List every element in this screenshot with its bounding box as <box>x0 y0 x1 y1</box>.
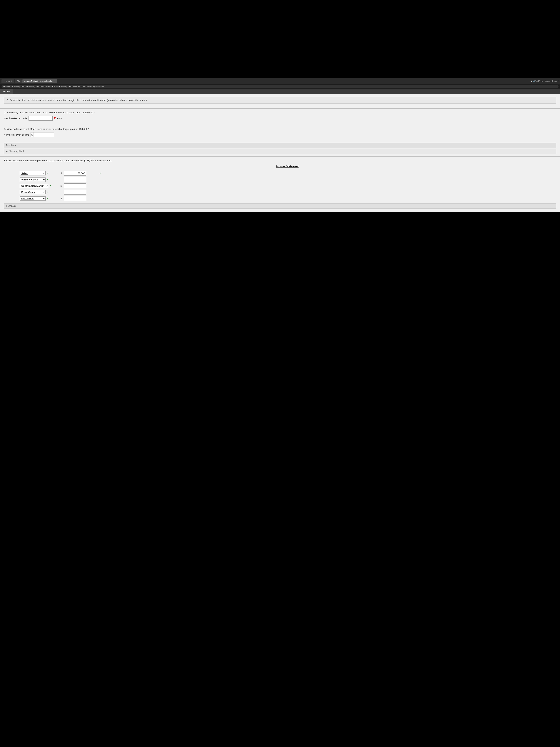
income-row-check-cell-2 <box>98 183 104 189</box>
check-my-work-label: Check My Work <box>9 150 24 153</box>
tab-engage-label: engageNOWv2 | Online teachin <box>24 80 53 82</box>
break-even-units-label: New break-even units <box>4 117 27 120</box>
income-row-value-cell-1 <box>63 176 98 183</box>
income-row-label-check-4: ✓ <box>46 197 49 200</box>
income-row-check-cell-0: ✓ <box>98 170 104 176</box>
income-row-label-cell-1: Variable Costs✓ <box>19 176 59 183</box>
feedback-section: Feedback ▶ Check My Work <box>0 143 560 156</box>
income-row-value-cell-0 <box>63 170 98 176</box>
question-d-text: D. How many units will Maple need to sel… <box>4 111 556 114</box>
address-bar[interactable]: com/ilrn/takeAssignment/takeAssignmentMa… <box>1 85 559 88</box>
income-row-dropdown-1[interactable]: Variable Costs <box>20 178 46 182</box>
income-row-value-input-2[interactable] <box>64 183 86 188</box>
income-row-label-wrap-2: Contribution Margin✓ <box>20 184 58 188</box>
browser-chrome: y Home ✕ Ma engageNOWv2 | Online teachin… <box>0 78 560 84</box>
income-row-value-input-1[interactable] <box>64 177 86 182</box>
income-row-check-cell-4 <box>98 195 104 202</box>
income-row-dropdown-4[interactable]: Net Income <box>20 197 46 201</box>
break-even-units-input[interactable] <box>28 116 53 121</box>
hint-c-text: Remember that the statement determines c… <box>10 99 147 102</box>
income-row-label-cell-3: Fixed Costs✓ <box>19 189 59 195</box>
units-error-mark: X <box>54 117 56 120</box>
question-d-label: D. <box>4 111 6 114</box>
tab-bar: y Home ✕ Ma engageNOWv2 | Online teachin… <box>1 79 530 83</box>
income-row-dollar-1 <box>59 176 63 183</box>
income-row-label-check-1: ✓ <box>46 178 49 181</box>
income-row-dropdown-2[interactable]: Contribution Margin <box>20 184 48 188</box>
question-e-label: E. <box>4 128 6 130</box>
check-arrow-icon: ▶ <box>6 150 7 152</box>
income-row-label-wrap-4: Net Income✓ <box>20 197 58 201</box>
question-f-section: F. Construct a contribution margin incom… <box>0 157 560 212</box>
income-row-dollar-3 <box>59 189 63 195</box>
income-row-dollar-0: $ <box>59 170 63 176</box>
income-row-0: Sales✓$✓ <box>19 170 104 176</box>
dollar-input-wrap: $ <box>31 132 54 137</box>
bottom-feedback-box: Feedback <box>4 203 556 209</box>
income-row-label-wrap-1: Variable Costs✓ <box>20 178 58 182</box>
income-row-2: Contribution Margin✓$ <box>19 183 104 189</box>
income-row-label-wrap-0: Sales✓ <box>20 171 58 176</box>
tab-ma[interactable]: Ma <box>15 79 22 83</box>
tab-ma-label: Ma <box>17 80 20 82</box>
hint-c-box: C. Remember that the statement determine… <box>4 97 556 104</box>
income-row-label-check-0: ✓ <box>46 172 49 175</box>
break-even-dollars-label: New break-even dollars <box>4 133 29 136</box>
income-row-label-check-3: ✓ <box>46 190 49 194</box>
main-content: C. Remember that the statement determine… <box>0 94 560 212</box>
question-f-label: F. <box>4 159 5 162</box>
break-even-dollars-input[interactable] <box>34 132 54 137</box>
income-statement-title: Income Statement <box>19 165 556 168</box>
income-row-value-cell-3 <box>63 189 98 195</box>
income-row-dollar-2: $ <box>59 183 63 189</box>
income-statement-container: Income Statement Sales✓$✓Variable Costs✓… <box>19 165 556 202</box>
feedback-box: Feedback <box>4 143 556 148</box>
question-e-input-row: New break-even dollars $ <box>4 132 556 137</box>
address-bar-row: com/ilrn/takeAssignment/takeAssignmentMa… <box>0 84 560 89</box>
question-d-section: D. How many units will Maple need to sel… <box>0 108 560 125</box>
media-controls: ▶ 🔊 (29) Tory Lanez - Feels ( <box>531 80 559 82</box>
income-row-check-cell-1 <box>98 176 104 183</box>
question-f-text: F. Construct a contribution margin incom… <box>4 159 556 162</box>
income-row-value-cell-4 <box>63 195 98 202</box>
hint-c-label: C. <box>6 99 9 102</box>
tab-engage[interactable]: engageNOWv2 | Online teachin ✕ <box>22 79 57 83</box>
question-e-text: E. What dollar sales will Maple need in … <box>4 128 556 130</box>
income-row-4: Net Income✓$ <box>19 195 104 202</box>
question-d-input-row: New break-even units X units <box>4 116 556 121</box>
ebook-tab[interactable]: eBook <box>0 89 12 94</box>
dark-background <box>0 0 560 78</box>
income-row-value-input-4[interactable] <box>64 196 86 201</box>
check-my-work[interactable]: ▶ Check My Work <box>4 149 556 154</box>
income-row-dropdown-3[interactable]: Fixed Costs <box>20 190 46 194</box>
income-row-dollar-4: $ <box>59 195 63 202</box>
income-row-value-check-0: ✓ <box>99 172 102 175</box>
income-row-1: Variable Costs✓ <box>19 176 104 183</box>
question-e-section: E. What dollar sales will Maple need in … <box>0 125 560 141</box>
tab-engage-close[interactable]: ✕ <box>54 80 55 82</box>
income-row-label-check-2: ✓ <box>49 184 52 187</box>
income-row-value-input-3[interactable] <box>64 190 86 195</box>
income-row-3: Fixed Costs✓ <box>19 189 104 195</box>
income-row-label-wrap-3: Fixed Costs✓ <box>20 190 58 194</box>
tab-home-label: y Home <box>3 80 10 82</box>
income-row-dropdown-0[interactable]: Sales <box>20 171 46 176</box>
income-row-check-cell-3 <box>98 189 104 195</box>
tab-home-close[interactable]: ✕ <box>11 80 12 82</box>
income-row-label-cell-4: Net Income✓ <box>19 195 59 202</box>
income-row-label-cell-0: Sales✓ <box>19 170 59 176</box>
income-row-value-input-0[interactable] <box>64 171 86 176</box>
tab-home[interactable]: y Home ✕ <box>1 79 15 83</box>
dollar-prefix: $ <box>31 132 34 137</box>
hint-c-section: C. Remember that the statement determine… <box>0 94 560 108</box>
income-row-value-cell-2 <box>63 183 98 189</box>
income-row-label-cell-2: Contribution Margin✓ <box>19 183 59 189</box>
income-table: Sales✓$✓Variable Costs✓Contribution Marg… <box>19 170 104 202</box>
units-label: units <box>57 117 62 120</box>
